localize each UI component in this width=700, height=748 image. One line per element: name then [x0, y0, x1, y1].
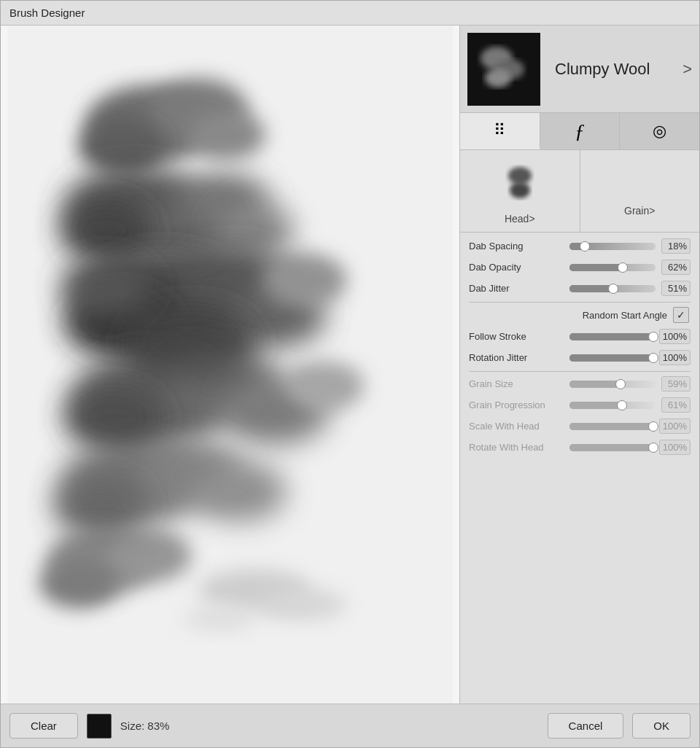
follow-stroke-label: Follow Stroke [469, 331, 564, 342]
dabs-icon: ⠿ [494, 121, 505, 140]
scale-with-head-label: Scale With Head [469, 421, 564, 432]
brush-designer-window: Brush Designer [0, 0, 700, 748]
brush-name: Clumpy Wool [555, 60, 650, 79]
svg-point-25 [195, 462, 287, 521]
dab-opacity-slider[interactable] [569, 264, 656, 271]
window-title: Brush Designer [9, 7, 85, 19]
follow-stroke-slider[interactable] [569, 333, 653, 340]
grain-progression-slider[interactable] [569, 402, 656, 409]
svg-point-21 [287, 361, 365, 410]
svg-point-16 [262, 253, 346, 307]
ok-button[interactable]: OK [632, 713, 691, 739]
rotate-with-head-value: 100% [659, 440, 691, 455]
param-row-grain-progression: Grain Progression 61% [469, 397, 691, 413]
param-row-rotate-with-head: Rotate With Head 100% [469, 440, 691, 455]
divider-2 [469, 371, 691, 372]
grain-size-slider[interactable] [569, 381, 656, 388]
svg-point-35 [485, 69, 511, 87]
brush-header: Clumpy Wool > [460, 26, 699, 113]
param-row-dab-spacing: Dab Spacing 18% [469, 238, 691, 254]
follow-stroke-value: 100% [659, 329, 691, 344]
dab-spacing-slider[interactable] [569, 243, 656, 250]
tab-blend[interactable]: ◎ [620, 113, 699, 149]
dab-jitter-label: Dab Jitter [469, 283, 564, 294]
head-section[interactable]: Head> [460, 150, 580, 232]
head-preview [494, 157, 545, 209]
dab-jitter-value: 51% [661, 281, 691, 296]
grain-label[interactable]: Grain> [624, 205, 655, 217]
footer: Clear Size: 83% Cancel OK [1, 704, 699, 747]
svg-point-24 [53, 476, 145, 535]
rotation-jitter-label: Rotation Jitter [469, 352, 564, 363]
dab-jitter-slider[interactable] [569, 285, 656, 292]
canvas-area[interactable] [1, 26, 460, 704]
main-area: Clumpy Wool > ⠿ ƒ ◎ [1, 26, 699, 704]
curve-icon: ƒ [575, 120, 585, 143]
brush-thumbnail[interactable] [467, 33, 540, 106]
svg-point-37 [510, 182, 530, 198]
random-start-angle-label: Random Start Angle [583, 310, 667, 321]
param-row-grain-size: Grain Size 59% [469, 376, 691, 391]
scale-with-head-value: 100% [659, 418, 691, 434]
param-row-scale-with-head: Scale With Head 100% [469, 418, 691, 434]
grain-size-value: 59% [661, 376, 691, 391]
rotate-with-head-label: Rotate With Head [469, 442, 564, 453]
divider-1 [469, 302, 691, 303]
clear-button[interactable]: Clear [9, 713, 78, 739]
grain-section[interactable]: Grain> [580, 150, 700, 232]
head-grain-section: Head> Grain> [460, 150, 699, 233]
param-row-rotation-jitter: Rotation Jitter 100% [469, 350, 691, 365]
color-swatch[interactable] [87, 714, 112, 739]
grain-progression-value: 61% [661, 397, 691, 413]
svg-point-15 [61, 259, 152, 316]
dab-opacity-value: 62% [661, 260, 691, 275]
tab-bar: ⠿ ƒ ◎ [460, 113, 699, 150]
dab-spacing-value: 18% [661, 238, 691, 254]
param-row-dab-opacity: Dab Opacity 62% [469, 260, 691, 275]
head-label[interactable]: Head> [505, 213, 535, 225]
rotate-with-head-slider[interactable] [569, 444, 653, 451]
svg-point-36 [508, 167, 532, 184]
params-section: Dab Spacing 18% Dab Opacity 62% [460, 233, 699, 704]
svg-point-30 [262, 589, 346, 620]
svg-point-20 [64, 386, 163, 449]
svg-point-4 [187, 110, 265, 160]
dab-spacing-label: Dab Spacing [469, 241, 564, 252]
scale-with-head-slider[interactable] [569, 423, 653, 430]
blend-icon: ◎ [653, 122, 666, 141]
svg-point-7 [61, 198, 152, 262]
title-bar: Brush Designer [1, 1, 699, 26]
svg-point-3 [78, 117, 163, 174]
size-label: Size: 83% [120, 720, 170, 732]
right-panel: Clumpy Wool > ⠿ ƒ ◎ [460, 26, 699, 704]
svg-point-27 [106, 529, 191, 583]
brush-name-area: Clumpy Wool > [548, 60, 699, 79]
cancel-button[interactable]: Cancel [548, 713, 624, 739]
brush-nav-button[interactable]: > [682, 60, 692, 79]
param-row-dab-jitter: Dab Jitter 51% [469, 281, 691, 296]
tab-dabs[interactable]: ⠿ [460, 113, 540, 149]
svg-point-28 [39, 558, 117, 608]
grain-progression-label: Grain Progression [469, 400, 564, 410]
rotation-jitter-value: 100% [659, 350, 691, 365]
rotation-jitter-slider[interactable] [569, 354, 653, 362]
svg-point-31 [184, 606, 255, 631]
brush-preview-svg [1, 26, 459, 704]
footer-right: Cancel OK [548, 713, 691, 739]
random-start-angle-row: Random Start Angle ✓ [469, 307, 691, 323]
random-start-angle-checkbox[interactable]: ✓ [673, 307, 689, 323]
param-row-follow-stroke: Follow Stroke 100% [469, 329, 691, 344]
dab-opacity-label: Dab Opacity [469, 262, 564, 273]
grain-size-label: Grain Size [469, 378, 564, 389]
tab-curve[interactable]: ƒ [540, 113, 621, 149]
